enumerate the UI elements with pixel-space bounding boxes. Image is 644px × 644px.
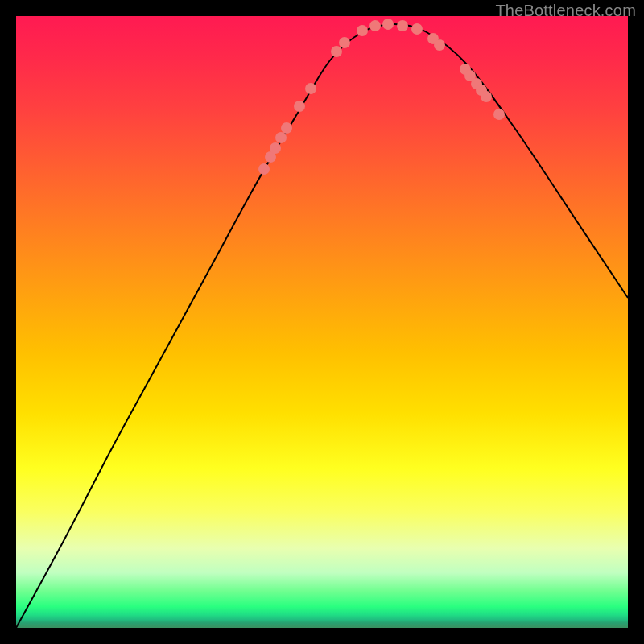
data-point <box>434 39 445 51</box>
data-point <box>382 19 394 30</box>
data-point <box>357 25 368 36</box>
data-point <box>305 83 316 94</box>
data-points-group <box>258 19 505 175</box>
plot-area <box>16 16 628 628</box>
data-point <box>270 142 281 154</box>
data-point <box>397 20 408 31</box>
data-point <box>281 122 292 134</box>
data-point <box>294 101 305 112</box>
chart-frame: TheBottleneck.com <box>0 0 644 644</box>
data-point <box>339 37 350 48</box>
data-point <box>493 109 505 120</box>
data-point <box>481 91 492 102</box>
data-point <box>258 163 270 175</box>
data-point <box>275 132 287 143</box>
data-point <box>331 46 342 57</box>
data-point <box>369 20 381 31</box>
data-point <box>411 23 423 35</box>
watermark-text: TheBottleneck.com <box>495 2 636 20</box>
bottleneck-curve-line <box>16 24 628 628</box>
curve-svg <box>16 16 628 628</box>
